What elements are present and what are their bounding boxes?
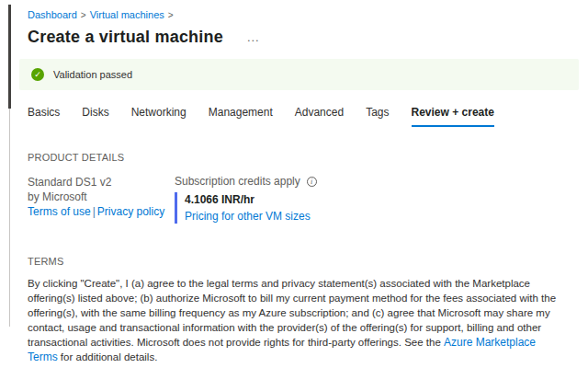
terms-heading: TERMS (28, 256, 579, 267)
links-separator: | (93, 205, 96, 218)
tab-advanced[interactable]: Advanced (295, 106, 344, 127)
scrollbar-thumb[interactable] (8, 5, 11, 109)
tab-review-create[interactable]: Review + create (412, 106, 494, 127)
validation-banner: ✓ Validation passed (19, 59, 579, 90)
terms-paragraph: By clicking "Create", I (a) agree to the… (28, 276, 566, 364)
page-title: Create a virtual machine (28, 28, 223, 47)
tab-management[interactable]: Management (209, 106, 273, 127)
more-options-icon[interactable]: ... (247, 33, 260, 42)
wizard-tabs: Basics Disks Networking Management Advan… (28, 106, 579, 127)
success-check-icon: ✓ (31, 68, 44, 81)
subscription-credits-label: Subscription credits apply (175, 175, 300, 188)
tab-disks[interactable]: Disks (82, 106, 108, 127)
price-value: 4.1066 INR/hr (185, 192, 317, 207)
product-name: Standard DS1 v2 (28, 175, 175, 190)
privacy-policy-link[interactable]: Privacy policy (97, 205, 164, 218)
terms-text-after: for additional details. (58, 351, 158, 362)
product-info-column: Standard DS1 v2 by Microsoft Terms of us… (28, 175, 175, 224)
tab-networking[interactable]: Networking (131, 106, 187, 127)
info-icon[interactable]: i (307, 177, 317, 187)
pricing-other-vm-sizes-link[interactable]: Pricing for other VM sizes (185, 209, 311, 224)
breadcrumb-dashboard[interactable]: Dashboard (28, 9, 77, 20)
product-details-section: Standard DS1 v2 by Microsoft Terms of us… (28, 175, 579, 224)
tab-basics[interactable]: Basics (28, 106, 60, 127)
product-publisher: by Microsoft (28, 190, 175, 204)
product-details-heading: PRODUCT DETAILS (28, 152, 579, 163)
vertical-scrollbar[interactable] (8, 5, 11, 327)
pricing-column: Subscription credits apply i 4.1066 INR/… (175, 175, 317, 224)
tab-tags[interactable]: Tags (366, 106, 389, 127)
price-block: 4.1066 INR/hr Pricing for other VM sizes (175, 192, 317, 224)
breadcrumb-virtual-machines[interactable]: Virtual machines (90, 9, 164, 20)
title-row: Create a virtual machine ... (28, 28, 579, 47)
breadcrumb: Dashboard>Virtual machines> (28, 8, 579, 22)
validation-banner-text: Validation passed (53, 69, 132, 80)
page-content: Dashboard>Virtual machines> Create a vir… (0, 0, 588, 368)
breadcrumb-separator: > (81, 10, 86, 20)
terms-of-use-link[interactable]: Terms of use (28, 205, 91, 218)
breadcrumb-separator: > (168, 10, 174, 20)
